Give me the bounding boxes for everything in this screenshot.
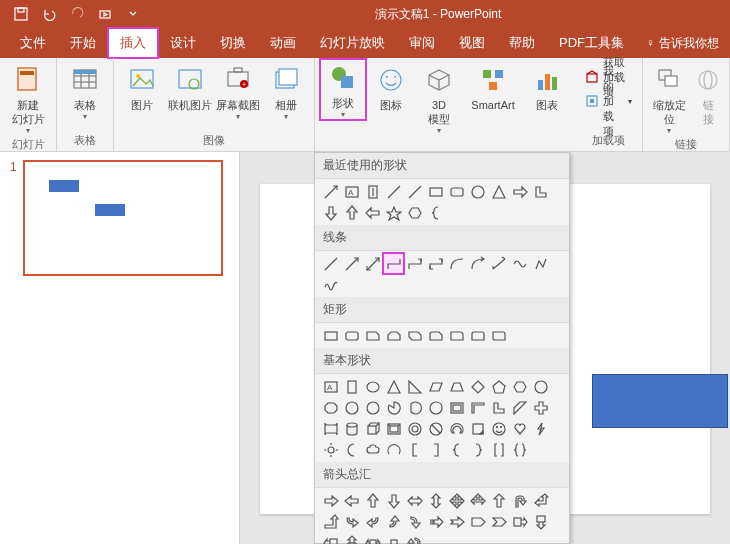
save-button[interactable]	[8, 2, 34, 26]
shape-arrow-callout-quad[interactable]	[384, 533, 403, 544]
shape-diamond[interactable]	[468, 377, 487, 396]
shape-bracket-l[interactable]	[405, 440, 424, 459]
zoom-button[interactable]: 缩放定位 ▾	[649, 60, 689, 135]
shape-snip1[interactable]	[363, 326, 382, 345]
shape-bevel[interactable]	[384, 419, 403, 438]
shape-line[interactable]	[405, 182, 424, 201]
shape-arrow-bent-up[interactable]	[321, 512, 340, 531]
shape-arrow-curved-l[interactable]	[363, 512, 382, 531]
tab-file[interactable]: 文件	[8, 28, 58, 58]
shape-curve[interactable]	[447, 254, 466, 273]
shape-moon[interactable]	[342, 440, 361, 459]
shape-pentagon[interactable]	[489, 377, 508, 396]
shape-octagon[interactable]	[321, 398, 340, 417]
shape-curve-double[interactable]	[489, 254, 508, 273]
shape-teardrop[interactable]	[426, 398, 445, 417]
qat-expand-button[interactable]	[120, 2, 146, 26]
shape-elbow-connector[interactable]	[384, 254, 403, 273]
shape-l[interactable]	[531, 182, 550, 201]
shape-rect[interactable]	[321, 326, 340, 345]
shapes-button[interactable]: 形状 ▾	[321, 60, 365, 119]
shape-snip2[interactable]	[384, 326, 403, 345]
shape-arrow-curved-u[interactable]	[384, 512, 403, 531]
tab-insert[interactable]: 插入	[108, 28, 158, 58]
shape-arrow-bent[interactable]	[489, 491, 508, 510]
shape-elbow-arrow[interactable]	[405, 254, 424, 273]
shape-brace-r[interactable]	[468, 440, 487, 459]
shape-rectangle[interactable]	[592, 374, 728, 428]
shape-arrow-lr[interactable]	[405, 491, 424, 510]
start-button[interactable]	[92, 2, 118, 26]
shape-triangle[interactable]	[384, 377, 403, 396]
shape-plaque[interactable]	[321, 419, 340, 438]
online-pictures-button[interactable]: 联机图片	[168, 60, 212, 112]
shape-hexagon[interactable]	[510, 377, 529, 396]
shape-heptagon[interactable]	[531, 377, 550, 396]
shape-chevron[interactable]	[489, 512, 508, 531]
shape-heart[interactable]	[510, 419, 529, 438]
shape-line-double-arrow[interactable]	[363, 254, 382, 273]
tab-animations[interactable]: 动画	[258, 28, 308, 58]
shape-diag-stripe[interactable]	[510, 398, 529, 417]
shape-smiley[interactable]	[489, 419, 508, 438]
shape-arrow-callout-d[interactable]	[531, 512, 550, 531]
shape-bracket-r[interactable]	[426, 440, 445, 459]
shape-l[interactable]	[489, 398, 508, 417]
shape-arrow-uturn[interactable]	[510, 491, 529, 510]
new-slide-button[interactable]: 新建幻灯片 ▾	[6, 60, 50, 135]
shape-arc[interactable]	[384, 440, 403, 459]
smartart-button[interactable]: SmartArt	[465, 60, 521, 112]
tab-help[interactable]: 帮助	[497, 28, 547, 58]
shape-line-arrow[interactable]	[321, 182, 340, 201]
shape-rounded-rect[interactable]	[447, 182, 466, 201]
shape-circle[interactable]	[468, 182, 487, 201]
shape-line[interactable]	[384, 182, 403, 201]
shape-rounded-rect[interactable]	[342, 326, 361, 345]
shape-donut[interactable]	[405, 419, 424, 438]
album-button[interactable]: 相册 ▾	[264, 60, 308, 121]
shape-arrow-r[interactable]	[321, 491, 340, 510]
shape-lightning[interactable]	[531, 419, 550, 438]
shape-elbow-double[interactable]	[426, 254, 445, 273]
shape-decagon[interactable]	[342, 398, 361, 417]
tab-transitions[interactable]: 切换	[208, 28, 258, 58]
shape-brace-left[interactable]	[426, 203, 445, 222]
shape-freeform[interactable]	[531, 254, 550, 273]
shape-rect[interactable]	[426, 182, 445, 201]
shape-arrow-down[interactable]	[321, 203, 340, 222]
shape-braces[interactable]	[510, 440, 529, 459]
undo-button[interactable]	[36, 2, 62, 26]
shape-arrow-l[interactable]	[342, 491, 361, 510]
shape-textbox-vertical[interactable]	[363, 182, 382, 201]
shape-arrow-quad[interactable]	[447, 491, 466, 510]
shape-folded[interactable]	[468, 419, 487, 438]
shape-curve-arrow[interactable]	[468, 254, 487, 273]
shape-round1[interactable]	[447, 326, 466, 345]
shape-can[interactable]	[342, 419, 361, 438]
shape-arrow-curved-r[interactable]	[342, 512, 361, 531]
shape-freeform[interactable]	[510, 254, 529, 273]
shape-arrow-notched[interactable]	[447, 512, 466, 531]
shape-arrow-callout-u[interactable]	[342, 533, 361, 544]
shape-circular-arrow[interactable]	[405, 533, 424, 544]
shape-block-arc[interactable]	[447, 419, 466, 438]
shape-textbox[interactable]: A	[321, 377, 340, 396]
tab-slideshow[interactable]: 幻灯片放映	[308, 28, 397, 58]
shape-arrow-up[interactable]	[342, 203, 361, 222]
shape-line-arrow[interactable]	[342, 254, 361, 273]
shape-oval[interactable]	[363, 377, 382, 396]
shape-pentagon-arrow[interactable]	[468, 512, 487, 531]
shape-round2[interactable]	[468, 326, 487, 345]
shape-brace-l[interactable]	[447, 440, 466, 459]
shape-arrow-d[interactable]	[384, 491, 403, 510]
screenshot-button[interactable]: + 屏幕截图 ▾	[216, 60, 260, 121]
my-addins-button[interactable]: 我的加载项 ▾	[581, 90, 636, 112]
shape-cube[interactable]	[363, 419, 382, 438]
shape-line[interactable]	[321, 254, 340, 273]
shape-chord[interactable]	[405, 398, 424, 417]
tab-pdf[interactable]: PDF工具集	[547, 28, 636, 58]
redo-button[interactable]	[64, 2, 90, 26]
shape-half-frame[interactable]	[468, 398, 487, 417]
chart-button[interactable]: 图表	[525, 60, 569, 112]
shape-arrow-right[interactable]	[510, 182, 529, 201]
